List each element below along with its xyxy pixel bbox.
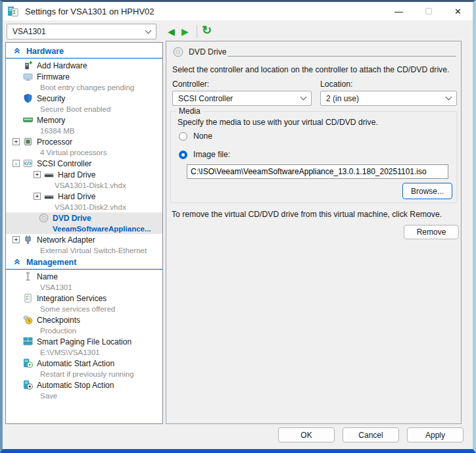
hard-drive-icon [44, 191, 54, 201]
collapse-chevron-icon [14, 258, 20, 267]
sidebar-item-hard-drive[interactable]: +Hard Drive [6, 191, 162, 202]
maximize-button [414, 2, 443, 20]
item-sublabel: VeeamSoftwareAppliance... [6, 224, 162, 234]
refresh-button[interactable]: ↻ [202, 23, 212, 37]
sidebar-item-add-hardware[interactable]: Add Hardware [6, 60, 162, 71]
close-button[interactable]: ✕ [443, 2, 473, 20]
item-label: Smart Paging File Location [37, 337, 131, 346]
add-hardware-icon [23, 60, 33, 70]
image-file-path-input[interactable] [187, 164, 448, 179]
maximize-icon [425, 8, 432, 14]
section-label: Management [26, 258, 76, 267]
navigate-back-button[interactable]: ◀ [168, 25, 175, 38]
controller-label: Controller: [172, 80, 209, 89]
collapse-icon[interactable]: - [12, 160, 20, 167]
item-label: Add Hardware [37, 61, 87, 70]
settings-window: Settings for VSA1301 on HPHV02 — ✕ VSA13… [0, 0, 476, 453]
sidebar-item-firmware[interactable]: Firmware [6, 71, 162, 82]
item-sublabel: 4 Virtual processors [6, 147, 162, 158]
ok-button[interactable]: OK [278, 427, 335, 442]
location-dropdown[interactable]: 2 (in use) [320, 91, 457, 106]
hyperv-settings-icon [7, 5, 19, 17]
item-label: Security [37, 94, 65, 103]
title-bar: Settings for VSA1301 on HPHV02 — ✕ [3, 2, 473, 20]
item-sublabel: VSA1301 [6, 282, 162, 293]
chevron-down-icon [446, 94, 452, 101]
integration-services-icon [23, 293, 33, 303]
item-label: Name [37, 272, 58, 281]
sidebar-item-checkpoints[interactable]: Checkpoints [6, 314, 162, 325]
browse-button[interactable]: Browse... [402, 183, 452, 199]
expand-icon[interactable]: + [34, 171, 41, 178]
sidebar-item-automatic-start-action[interactable]: Automatic Start Action [6, 358, 162, 369]
radio-option-image-file[interactable]: Image file: [179, 150, 230, 159]
section-label: Hardware [26, 47, 64, 56]
expand-icon[interactable]: + [12, 138, 20, 145]
location-value: 2 (in use) [326, 94, 359, 103]
item-sublabel: Restart if previously running [6, 369, 162, 379]
security-icon [23, 93, 33, 103]
sidebar-item-processor[interactable]: +Processor [6, 136, 162, 147]
section-rule [6, 269, 162, 270]
vm-selector-dropdown[interactable]: VSA1301 [7, 24, 156, 39]
item-sublabel: External Virtual Switch-Ethernet [6, 245, 162, 256]
radio-none-circle[interactable] [179, 132, 187, 141]
sidebar-section-hardware[interactable]: Hardware [6, 45, 162, 57]
item-sublabel: 16384 MB [6, 126, 162, 136]
radio-option-none[interactable]: None [179, 131, 212, 141]
toolbar: VSA1301 ◀ ▶ ↻ [3, 20, 473, 42]
memory-icon [23, 115, 33, 125]
sidebar-item-name[interactable]: Name [6, 271, 162, 282]
minimize-button[interactable]: — [384, 2, 414, 20]
sidebar-section-management[interactable]: Management [6, 256, 162, 268]
firmware-icon [23, 72, 33, 82]
apply-button[interactable]: Apply [407, 427, 464, 442]
cancel-button[interactable]: Cancel [343, 427, 399, 442]
radio-none-label: None [193, 131, 212, 141]
remove-button[interactable]: Remove [404, 225, 459, 239]
panel-title: DVD Drive [189, 47, 227, 57]
item-label: Automatic Stop Action [37, 381, 114, 390]
expand-icon[interactable]: + [12, 236, 20, 243]
collapse-chevron-icon [14, 47, 20, 56]
hard-drive-icon [44, 170, 54, 179]
sidebar-item-network-adapter[interactable]: +Network Adapter [6, 234, 162, 245]
smart-paging-icon [23, 337, 33, 346]
name-icon [23, 272, 33, 281]
dvd-drive-panel: DVD Drive Select the controller and loca… [166, 41, 462, 424]
radio-image-circle[interactable] [179, 151, 187, 159]
panel-header: DVD Drive [173, 47, 227, 57]
sidebar-item-automatic-stop-action[interactable]: Automatic Stop Action [6, 379, 162, 391]
sidebar-tree: HardwareAdd HardwareFirmwareBoot entry c… [5, 42, 163, 424]
vm-selector-value: VSA1301 [12, 27, 46, 36]
sidebar-item-scsi-controller[interactable]: -SCSI Controller [6, 158, 162, 169]
item-label: Hard Drive [58, 170, 95, 179]
item-sublabel: Boot entry changes pending [6, 82, 162, 93]
item-label: Network Adapter [37, 235, 95, 245]
chevron-down-icon [145, 27, 152, 34]
expand-icon[interactable]: + [34, 193, 41, 200]
item-label: Processor [37, 137, 72, 147]
sidebar-item-hard-drive[interactable]: +Hard Drive [6, 169, 162, 180]
item-label: Memory [37, 116, 65, 125]
section-rule [6, 58, 162, 59]
window-title: Settings for VSA1301 on HPHV02 [25, 7, 155, 16]
item-sublabel: Save [6, 391, 162, 401]
sidebar-item-dvd-drive[interactable]: DVD Drive [6, 212, 162, 224]
controller-value: SCSI Controller [178, 94, 233, 103]
sidebar-item-memory[interactable]: Memory [6, 114, 162, 126]
sidebar-item-smart-paging-file-location[interactable]: Smart Paging File Location [6, 336, 162, 347]
processor-icon [23, 137, 33, 147]
scsi-controller-icon [23, 158, 33, 168]
checkpoints-icon [23, 315, 33, 325]
item-label: Hard Drive [58, 192, 95, 201]
sidebar-item-security[interactable]: Security [6, 93, 162, 104]
sidebar-item-integration-services[interactable]: Integration Services [6, 293, 162, 304]
item-label: SCSI Controller [37, 159, 91, 168]
item-sublabel: VSA1301-Disk1.vhdx [6, 180, 162, 191]
panel-intro-text: Select the controller and location on th… [172, 65, 456, 74]
item-label: Integration Services [37, 294, 107, 303]
navigate-forward-button[interactable]: ▶ [181, 25, 189, 38]
controller-dropdown[interactable]: SCSI Controller [172, 91, 312, 106]
toolbar-separator [197, 25, 197, 38]
